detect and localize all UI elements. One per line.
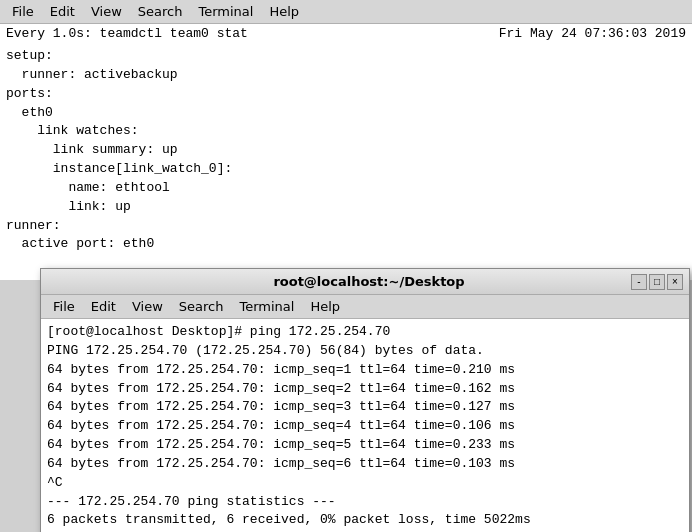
menu-help-1[interactable]: Help [261,2,307,21]
titlebar-title: root@localhost:~/Desktop [107,274,631,289]
titlebar-buttons[interactable]: - □ × [631,274,683,290]
menu-terminal-1[interactable]: Terminal [190,2,261,21]
minimize-button[interactable]: - [631,274,647,290]
menu-search-2[interactable]: Search [171,297,232,316]
status-bar-1: Every 1.0s: teamdctl team0 stat Fri May … [0,24,692,43]
close-button[interactable]: × [667,274,683,290]
status-left: Every 1.0s: teamdctl team0 stat [6,26,248,41]
terminal-window-1: File Edit View Search Terminal Help Ever… [0,0,692,280]
maximize-button[interactable]: □ [649,274,665,290]
titlebar-2: root@localhost:~/Desktop - □ × [41,269,689,295]
menu-edit-1[interactable]: Edit [42,2,83,21]
terminal-window-2: root@localhost:~/Desktop - □ × File Edit… [40,268,690,532]
menu-view-1[interactable]: View [83,2,130,21]
menu-edit-2[interactable]: Edit [83,297,124,316]
menu-help-2[interactable]: Help [302,297,348,316]
terminal-content-1: setup: runner: activebackup ports: eth0 … [0,43,692,258]
menubar-2[interactable]: File Edit View Search Terminal Help [41,295,689,319]
menubar-1[interactable]: File Edit View Search Terminal Help [0,0,692,24]
menu-terminal-2[interactable]: Terminal [231,297,302,316]
menu-search-1[interactable]: Search [130,2,191,21]
menu-file-2[interactable]: File [45,297,83,316]
menu-file-1[interactable]: File [4,2,42,21]
status-right: Fri May 24 07:36:03 2019 [499,26,686,41]
terminal-content-2: [root@localhost Desktop]# ping 172.25.25… [41,319,689,532]
menu-view-2[interactable]: View [124,297,171,316]
